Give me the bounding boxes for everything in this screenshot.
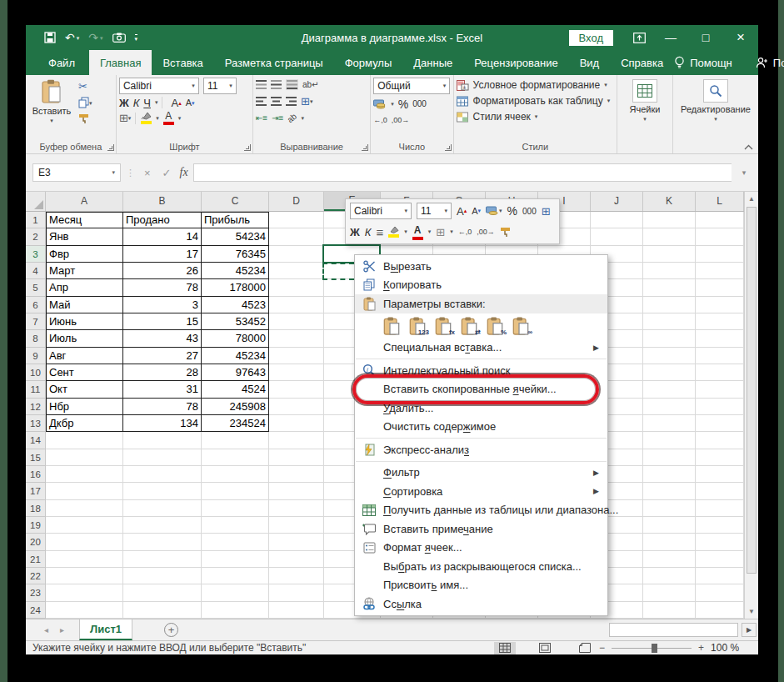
- wrap-text-icon[interactable]: ab↵: [302, 81, 319, 89]
- new-sheet-button[interactable]: +: [164, 623, 178, 637]
- cell-C5[interactable]: 178000: [202, 279, 269, 296]
- cell-C17[interactable]: [202, 483, 269, 499]
- align-middle-icon[interactable]: [271, 80, 282, 89]
- dialog-launcher-number[interactable]: [445, 144, 452, 151]
- menu-item-clear-contents[interactable]: Очистить содержимое: [355, 418, 607, 437]
- column-header-K[interactable]: K: [643, 192, 696, 211]
- cell-A4[interactable]: Март: [46, 263, 123, 279]
- camera-icon[interactable]: [112, 33, 126, 43]
- cell-D16[interactable]: [269, 466, 324, 483]
- mini-decrease-decimal-icon[interactable]: ,00→: [477, 228, 495, 236]
- cell-L21[interactable]: [696, 551, 744, 568]
- cell-K7[interactable]: [643, 313, 696, 330]
- cell-B6[interactable]: 3: [123, 297, 202, 313]
- cell-D4[interactable]: [269, 263, 324, 279]
- menu-item-paste-special[interactable]: Специальная вставка...▶: [355, 338, 607, 358]
- cell-D1[interactable]: [269, 212, 324, 228]
- cell-B22[interactable]: [123, 568, 202, 584]
- cell-A20[interactable]: [46, 534, 123, 550]
- cell-B21[interactable]: [123, 551, 202, 568]
- cell-L16[interactable]: [696, 466, 744, 483]
- paste-option-values-icon[interactable]: 123: [409, 316, 429, 336]
- tab-Вид[interactable]: Вид: [569, 50, 611, 75]
- cell-D21[interactable]: [269, 551, 324, 568]
- formula-bar-splitter[interactable]: ⋮: [126, 168, 136, 178]
- row-header-20[interactable]: 20: [26, 534, 46, 550]
- cell-B16[interactable]: [123, 466, 202, 483]
- menu-item-smart-lookup[interactable]: iИнтеллектуальный поиск: [355, 361, 607, 380]
- cell-K3[interactable]: [643, 246, 696, 263]
- cell-B9[interactable]: 27: [123, 348, 202, 364]
- cell-D6[interactable]: [269, 297, 324, 313]
- cell-K12[interactable]: [643, 399, 696, 415]
- cell-D13[interactable]: [269, 415, 324, 432]
- menu-item-insert-copied-cells[interactable]: Вставить скопированные ячейки...: [355, 380, 607, 399]
- cell-L24[interactable]: [696, 602, 744, 619]
- mini-font-color-icon[interactable]: А: [412, 224, 423, 240]
- tab-Разметка страницы[interactable]: Разметка страницы: [214, 50, 334, 75]
- row-header-18[interactable]: 18: [26, 500, 46, 517]
- cell-K22[interactable]: [643, 568, 696, 584]
- menu-item-get-data[interactable]: Получить данные из таблицы или диапазона…: [355, 501, 607, 520]
- cell-C20[interactable]: [202, 534, 269, 550]
- cell-K14[interactable]: [643, 432, 696, 449]
- cell-K5[interactable]: [643, 279, 696, 296]
- cell-L19[interactable]: [696, 517, 744, 534]
- cell-K13[interactable]: [643, 415, 696, 432]
- mini-grow-font-icon[interactable]: А▴: [457, 205, 467, 218]
- tab-Вставка[interactable]: Вставка: [152, 50, 213, 75]
- cell-D11[interactable]: [269, 381, 324, 398]
- collapse-ribbon-icon[interactable]: [744, 144, 753, 150]
- fill-color-button[interactable]: [141, 112, 152, 124]
- menu-item-pick-from-list[interactable]: Выбрать из раскрывающегося списка...: [355, 557, 607, 576]
- cell-A1[interactable]: Месяц: [46, 212, 123, 228]
- row-header-13[interactable]: 13: [26, 415, 46, 432]
- cell-D18[interactable]: [269, 500, 324, 517]
- menu-item-insert-comment[interactable]: Вставить примечание: [355, 519, 607, 539]
- cell-L14[interactable]: [696, 432, 744, 449]
- cell-D2[interactable]: [269, 228, 324, 245]
- cell-L6[interactable]: [696, 297, 744, 313]
- cell-K24[interactable]: [643, 602, 696, 619]
- dialog-launcher-alignment[interactable]: [362, 144, 368, 151]
- mini-percent-icon[interactable]: %: [507, 204, 517, 218]
- cell-B24[interactable]: [123, 602, 202, 619]
- row-header-5[interactable]: 5: [26, 279, 46, 296]
- tab-Главная[interactable]: Главная: [89, 50, 152, 75]
- align-left-icon[interactable]: [256, 97, 267, 106]
- cell-C21[interactable]: [202, 551, 269, 568]
- select-all-corner[interactable]: [26, 192, 46, 211]
- row-header-8[interactable]: 8: [26, 330, 46, 347]
- row-header-22[interactable]: 22: [26, 568, 46, 584]
- cell-A19[interactable]: [46, 517, 123, 534]
- menu-item-cut[interactable]: Вырезать: [355, 257, 607, 276]
- cell-L22[interactable]: [696, 568, 744, 584]
- row-header-14[interactable]: 14: [26, 432, 46, 449]
- cell-C7[interactable]: 53452: [202, 313, 269, 330]
- cell-L15[interactable]: [696, 449, 744, 466]
- cell-D12[interactable]: [269, 399, 324, 415]
- cell-styles-button[interactable]: Стили ячеек▾: [457, 111, 614, 123]
- column-header-D[interactable]: D: [269, 192, 324, 211]
- paste-option-transpose-icon[interactable]: ⇄: [461, 316, 481, 336]
- cell-C3[interactable]: 76345: [202, 246, 269, 263]
- menu-item-delete[interactable]: Удалить...: [355, 399, 607, 418]
- share-label[interactable]: Поделиться: [773, 57, 784, 69]
- cell-D14[interactable]: [269, 432, 324, 449]
- scroll-right-icon[interactable]: ▶: [742, 623, 757, 637]
- minimize-button[interactable]: —: [653, 25, 688, 50]
- cell-A5[interactable]: Апр: [46, 279, 123, 296]
- cell-L8[interactable]: [696, 330, 744, 347]
- cell-B2[interactable]: 14: [123, 228, 202, 245]
- cells-button[interactable]: Ячейки ▾: [626, 78, 664, 140]
- row-header-15[interactable]: 15: [26, 449, 46, 466]
- menu-item-quick-analysis[interactable]: Экспресс-анализ: [355, 440, 607, 459]
- cell-B19[interactable]: [123, 517, 202, 534]
- vertical-scroll-thumb[interactable]: [747, 207, 757, 574]
- cell-C23[interactable]: [202, 584, 269, 601]
- row-header-21[interactable]: 21: [26, 551, 46, 568]
- tab-Формулы[interactable]: Формулы: [334, 50, 403, 75]
- row-header-7[interactable]: 7: [26, 313, 46, 330]
- cell-B14[interactable]: [123, 432, 202, 449]
- format-as-table-button[interactable]: Форматировать как таблицу▾: [457, 95, 614, 107]
